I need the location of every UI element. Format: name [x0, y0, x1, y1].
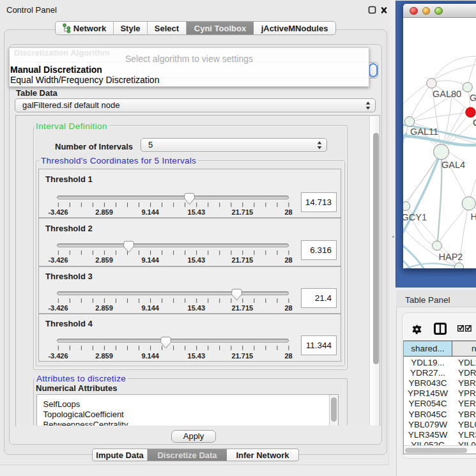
- svg-text:GA: GA: [470, 93, 476, 103]
- svg-text:GAL4: GAL4: [441, 160, 465, 170]
- svg-text:GAL11: GAL11: [410, 127, 438, 137]
- svg-text:H: H: [471, 211, 476, 222]
- svg-text:CY: CY: [473, 118, 476, 128]
- svg-text:GAL80: GAL80: [433, 89, 461, 99]
- svg-text:HAP2: HAP2: [439, 252, 463, 262]
- svg-text:GCY1: GCY1: [403, 212, 427, 222]
